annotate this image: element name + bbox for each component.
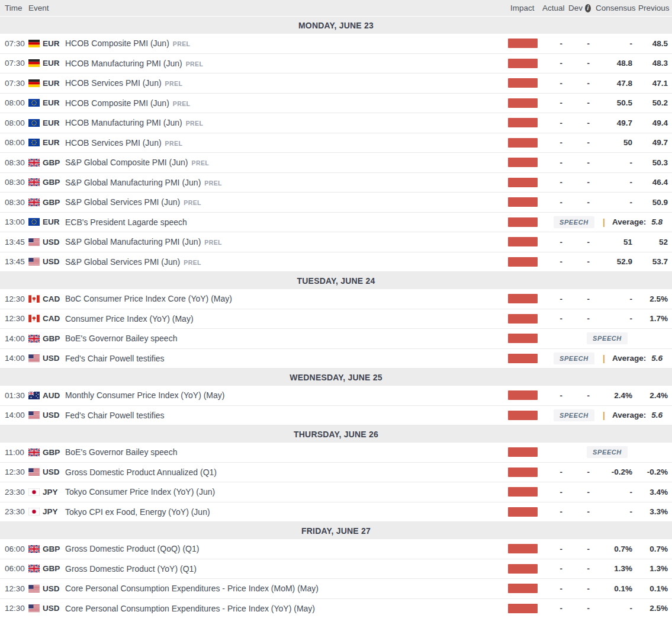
impact-cell (508, 217, 542, 227)
previous-value: 48.5 (638, 39, 672, 48)
previous-value: 0.1% (638, 584, 672, 593)
event-name: S&P Global Manufacturing PMI (Jun) (65, 178, 201, 187)
currency-code: EUR (43, 98, 65, 107)
event-row[interactable]: 13:00EURECB's President Lagarde speechSP… (0, 213, 672, 233)
impact-cell (508, 487, 542, 497)
germany-flag-icon (28, 79, 40, 87)
event-row[interactable]: 12:30USDGross Domestic Product Annualize… (0, 463, 672, 483)
event-name: S&P Global Manufacturing PMI (Jun) (65, 237, 201, 246)
event-row[interactable]: 08:00EURHCOB Composite PMI (Jun)PREL--50… (0, 94, 672, 114)
impact-cell (508, 78, 542, 88)
currency-code: EUR (43, 79, 65, 88)
event-row[interactable]: 08:30GBPS&P Global Composite PMI (Jun)PR… (0, 153, 672, 173)
germany-flag-icon (28, 40, 40, 47)
flag-cell (28, 508, 43, 515)
column-header-dev-label: Dev (568, 4, 583, 12)
info-icon[interactable]: i (585, 4, 591, 12)
actual-value: - (542, 564, 568, 573)
impact-cell (508, 467, 542, 477)
australia-flag-icon (28, 392, 40, 399)
consensus-value: 48.8 (596, 59, 638, 68)
event-time: 13:45 (0, 238, 28, 246)
event-row[interactable]: 07:30EURHCOB Composite PMI (Jun)PREL---4… (0, 34, 672, 54)
event-row[interactable]: 06:00GBPGross Domestic Product (QoQ) (Q1… (0, 539, 672, 559)
event-time: 06:00 (0, 545, 28, 553)
currency-code: GBP (43, 178, 65, 187)
impact-cell (508, 39, 542, 48)
economic-calendar: Time Event Impact Actual Dev i Consensus… (0, 0, 672, 618)
impact-cell (508, 411, 542, 420)
dev-value: - (568, 198, 596, 207)
event-name-cell: BoE's Governor Bailey speech (65, 334, 508, 343)
impact-bar-high (508, 544, 538, 553)
flag-cell (28, 139, 43, 146)
event-row[interactable]: 08:30GBPS&P Global Manufacturing PMI (Ju… (0, 173, 672, 193)
event-name-cell: HCOB Manufacturing PMI (Jun)PREL (65, 118, 508, 127)
event-row[interactable]: 14:00USDFed's Chair Powell testifiesSPEE… (0, 406, 672, 426)
event-row[interactable]: 14:00GBPBoE's Governor Bailey speechSPEE… (0, 329, 672, 349)
flag-cell (28, 159, 43, 166)
day-header: MONDAY, JUNE 23 (0, 17, 672, 34)
day-header: THURSDAY, JUNE 26 (0, 425, 672, 443)
event-name-cell: S&P Global Services PMI (Jun)PREL (65, 197, 508, 207)
event-row[interactable]: 06:00GBPGross Domestic Product (YoY) (Q1… (0, 559, 672, 579)
event-row[interactable]: 07:30EURHCOB Services PMI (Jun)PREL--47.… (0, 73, 672, 94)
event-row[interactable]: 12:30CADConsumer Price Index (YoY) (May)… (0, 309, 672, 329)
event-name-cell: HCOB Services PMI (Jun)PREL (65, 138, 508, 148)
consensus-value: - (596, 488, 638, 497)
impact-bar-high (508, 118, 538, 127)
event-row[interactable]: 23:30JPYTokyo CPI ex Food, Energy (YoY) … (0, 502, 672, 523)
event-row[interactable]: 12:30USDCore Personal Consumption Expend… (0, 599, 672, 618)
event-row[interactable]: 13:45USDS&P Global Services PMI (Jun)PRE… (0, 252, 672, 273)
event-row[interactable]: 07:30EURHCOB Manufacturing PMI (Jun)PREL… (0, 54, 672, 74)
event-time: 14:00 (0, 411, 28, 420)
impact-cell (508, 237, 542, 246)
impact-bar-high (508, 354, 538, 363)
impact-cell (508, 59, 542, 68)
actual-value: - (542, 198, 568, 207)
currency-code: EUR (43, 138, 65, 147)
actual-value: - (542, 39, 568, 48)
previous-value: 53.7 (638, 257, 672, 266)
speech-span: SPEECH (542, 443, 672, 462)
flag-cell (28, 488, 43, 496)
event-row[interactable]: 08:30GBPS&P Global Services PMI (Jun)PRE… (0, 193, 672, 213)
event-name-cell: Gross Domestic Product (YoY) (Q1) (65, 564, 508, 574)
event-row[interactable]: 23:30JPYTokyo Consumer Price Index (YoY)… (0, 482, 672, 502)
currency-code: GBP (43, 448, 65, 457)
event-row[interactable]: 11:00GBPBoE's Governor Bailey speechSPEE… (0, 443, 672, 463)
dev-value: - (568, 79, 596, 88)
flag-cell (28, 335, 43, 342)
currency-code: JPY (43, 507, 65, 516)
currency-code: EUR (43, 217, 65, 226)
event-name: Core Personal Consumption Expenditures -… (65, 584, 319, 593)
event-row[interactable]: 12:30CADBoC Consumer Price Index Core (Y… (0, 289, 672, 309)
event-row[interactable]: 08:00EURHCOB Manufacturing PMI (Jun)PREL… (0, 113, 672, 133)
speech-badge: SPEECH (587, 446, 628, 458)
event-name: S&P Global Services PMI (Jun) (65, 197, 180, 207)
uk-flag-icon (28, 198, 40, 206)
impact-bar-high (508, 334, 538, 343)
event-row[interactable]: 14:00USDFed's Chair Powell testifiesSPEE… (0, 349, 672, 369)
uk-flag-icon (28, 545, 40, 553)
event-name-cell: HCOB Composite PMI (Jun)PREL (65, 39, 508, 48)
event-row[interactable]: 08:00EURHCOB Services PMI (Jun)PREL--504… (0, 133, 672, 153)
event-row[interactable]: 13:45USDS&P Global Manufacturing PMI (Ju… (0, 232, 672, 252)
event-row[interactable]: 12:30USDCore Personal Consumption Expend… (0, 579, 672, 599)
event-name: BoC Consumer Price Index Core (YoY) (May… (65, 294, 232, 303)
event-name: HCOB Composite PMI (Jun) (65, 98, 169, 108)
event-row[interactable]: 01:30AUDMonthly Consumer Price Index (Yo… (0, 386, 672, 406)
consensus-value: - (596, 198, 638, 207)
event-name: Gross Domestic Product (QoQ) (Q1) (65, 544, 199, 553)
prel-badge: PREL (173, 100, 191, 107)
impact-cell (508, 564, 542, 574)
flag-cell (28, 40, 43, 47)
actual-value: - (542, 79, 568, 88)
event-name: S&P Global Services PMI (Jun) (65, 257, 180, 267)
previous-value: 3.4% (638, 488, 672, 497)
impact-bar-high (508, 39, 538, 48)
event-name-cell: Fed's Chair Powell testifies (65, 354, 508, 363)
consensus-value: 49.7 (596, 119, 638, 127)
day-header-label: MONDAY, JUNE 23 (298, 21, 374, 30)
impact-bar-high (508, 411, 538, 420)
